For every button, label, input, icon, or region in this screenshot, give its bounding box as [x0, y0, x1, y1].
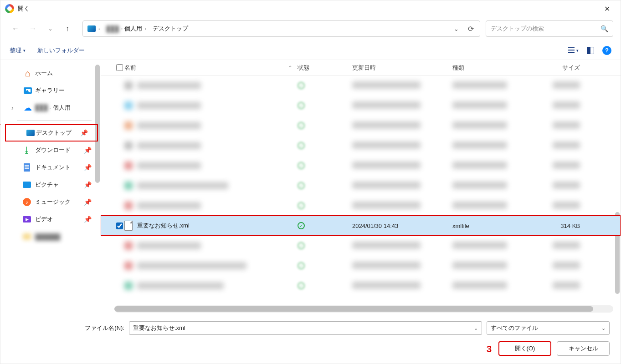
file-row-blurred[interactable]	[101, 236, 621, 256]
breadcrumb-user[interactable]: ███ - 個人用›	[104, 24, 149, 34]
up-button[interactable]: ↑	[60, 21, 75, 36]
file-row-blurred[interactable]	[101, 176, 621, 196]
organize-menu[interactable]: 整理▾	[10, 46, 26, 55]
filename-value: 重要なお知らせ.xml	[133, 324, 474, 332]
body: ホーム ギャラリー ☁ ███ - 個人用 1 デスクトップ 📌 ⭳	[0, 60, 621, 313]
gallery-icon	[24, 87, 32, 94]
sidebar-item-gallery[interactable]: ギャラリー	[2, 82, 101, 99]
column-name[interactable]: 名前⌃	[124, 64, 298, 72]
sidebar-label: ミュージック	[35, 198, 71, 206]
chrome-app-icon	[5, 4, 14, 13]
synced-icon	[298, 202, 305, 209]
filetype-select[interactable]: すべてのファイル ⌄	[487, 321, 610, 335]
file-icon	[124, 202, 133, 210]
sidebar-divider	[17, 120, 92, 121]
preview-pane-toggle[interactable]	[587, 47, 594, 54]
music-icon: ♪	[23, 198, 31, 206]
file-icon	[124, 242, 133, 250]
file-row-blurred[interactable]	[101, 116, 621, 136]
new-folder-button[interactable]: 新しいフォルダー	[37, 46, 85, 55]
pin-icon: 📌	[84, 198, 92, 206]
sidebar-item-home[interactable]: ホーム	[2, 65, 101, 82]
sidebar-label: デスクトップ	[36, 129, 72, 137]
file-row-blurred[interactable]	[101, 196, 621, 216]
sidebar-item-downloads[interactable]: ⭳ ダウンロード 📌	[2, 142, 101, 159]
breadcrumb-root[interactable]: ›	[86, 25, 103, 33]
file-row-blurred[interactable]	[101, 136, 621, 156]
synced-icon	[298, 242, 305, 249]
synced-icon	[298, 142, 305, 149]
synced-icon	[298, 222, 305, 229]
back-button[interactable]: ←	[8, 21, 23, 36]
sidebar-item-videos[interactable]: ▶ ビデオ 📌	[2, 211, 101, 228]
recent-locations-dropdown[interactable]: ⌄	[42, 21, 58, 36]
file-icon	[124, 101, 133, 110]
synced-icon	[298, 182, 305, 189]
search-input[interactable]: デスクトップの検索 🔍	[486, 20, 613, 37]
column-date[interactable]: 更新日時	[352, 64, 452, 72]
close-button[interactable]: ✕	[598, 2, 616, 15]
breadcrumb-current[interactable]: デスクトップ	[151, 24, 190, 34]
column-headers: 名前⌃ 状態 更新日時 種類 サイズ	[101, 60, 621, 76]
file-icon	[124, 142, 133, 150]
file-row-blurred[interactable]	[101, 276, 621, 296]
cancel-button[interactable]: キャンセル	[557, 341, 610, 356]
filename-input[interactable]: 重要なお知らせ.xml ⌄	[129, 321, 482, 335]
view-menu[interactable]: ▾	[568, 47, 579, 54]
search-placeholder: デスクトップの検索	[491, 25, 600, 33]
refresh-button[interactable]: ⟳	[464, 25, 477, 33]
path-history-dropdown[interactable]: ⌄	[450, 25, 462, 32]
pin-icon: 📌	[84, 216, 92, 223]
file-rows: 2 重要なお知らせ.xml 2024/01/30 14:43 xmlfile 3…	[101, 76, 621, 303]
download-icon: ⭳	[22, 146, 31, 155]
row-checkbox[interactable]	[116, 222, 123, 229]
column-type[interactable]: 種類	[452, 64, 539, 72]
file-type: xmlfile	[452, 222, 539, 229]
filename-label: ファイル名(N):	[11, 324, 124, 332]
pin-icon: 📌	[84, 181, 92, 188]
file-row-blurred[interactable]	[101, 256, 621, 276]
blurred-username: ███	[106, 25, 119, 32]
file-row-blurred[interactable]	[101, 76, 621, 96]
filetype-value: すべてのファイル	[491, 324, 601, 332]
desktop-icon	[26, 130, 35, 136]
file-icon	[124, 262, 133, 270]
annotation-3: 3	[487, 344, 492, 354]
sidebar: ホーム ギャラリー ☁ ███ - 個人用 1 デスクトップ 📌 ⭳	[0, 60, 101, 313]
file-list-area: 名前⌃ 状態 更新日時 種類 サイズ	[101, 60, 621, 313]
open-file-dialog: 開く ✕ ← → ⌄ ↑ › ███ - 個人用› デスクトップ ⌄ ⟳ デスク…	[0, 0, 621, 364]
sidebar-item-documents[interactable]: ドキュメント 📌	[2, 159, 101, 176]
chevron-down-icon[interactable]: ⌄	[601, 325, 606, 331]
column-size[interactable]: サイズ	[539, 64, 589, 72]
file-row-selected[interactable]: 重要なお知らせ.xml 2024/01/30 14:43 xmlfile 314…	[101, 216, 621, 236]
chevron-down-icon[interactable]: ⌄	[474, 325, 478, 331]
forward-button[interactable]: →	[25, 21, 41, 36]
horizontal-scrollbar[interactable]	[114, 305, 613, 313]
synced-icon	[298, 102, 305, 109]
breadcrumb-path[interactable]: › ███ - 個人用› デスクトップ ⌄ ⟳	[82, 20, 480, 37]
onedrive-icon: ☁	[23, 103, 32, 112]
sidebar-item-desktop[interactable]: デスクトップ 📌	[5, 124, 98, 142]
sidebar-label: ドキュメント	[35, 163, 71, 172]
annotation-1: 1	[0, 117, 1, 127]
synced-icon	[298, 282, 305, 289]
file-row-blurred[interactable]	[101, 156, 621, 176]
pin-icon: 📌	[84, 164, 92, 171]
help-button[interactable]: ?	[602, 46, 611, 55]
sidebar-label: ピクチャ	[35, 181, 59, 189]
column-status[interactable]: 状態	[298, 64, 352, 72]
file-row-blurred[interactable]	[101, 96, 621, 116]
sidebar-label: ギャラリー	[35, 86, 65, 95]
search-icon: 🔍	[600, 25, 608, 32]
sidebar-item-blurred[interactable]: ██████	[2, 228, 101, 245]
select-all-checkbox[interactable]	[116, 64, 123, 71]
home-icon	[23, 69, 32, 78]
open-button[interactable]: 開く(O)	[498, 341, 551, 356]
window-title: 開く	[18, 5, 30, 13]
navbar: ← → ⌄ ↑ › ███ - 個人用› デスクトップ ⌄ ⟳ デスクトップの検…	[0, 17, 621, 40]
file-icon	[124, 121, 133, 130]
sidebar-item-music[interactable]: ♪ ミュージック 📌	[2, 193, 101, 211]
sidebar-item-onedrive[interactable]: ☁ ███ - 個人用	[2, 99, 101, 116]
pin-icon: 📌	[84, 147, 92, 154]
sidebar-item-pictures[interactable]: ピクチャ 📌	[2, 176, 101, 193]
